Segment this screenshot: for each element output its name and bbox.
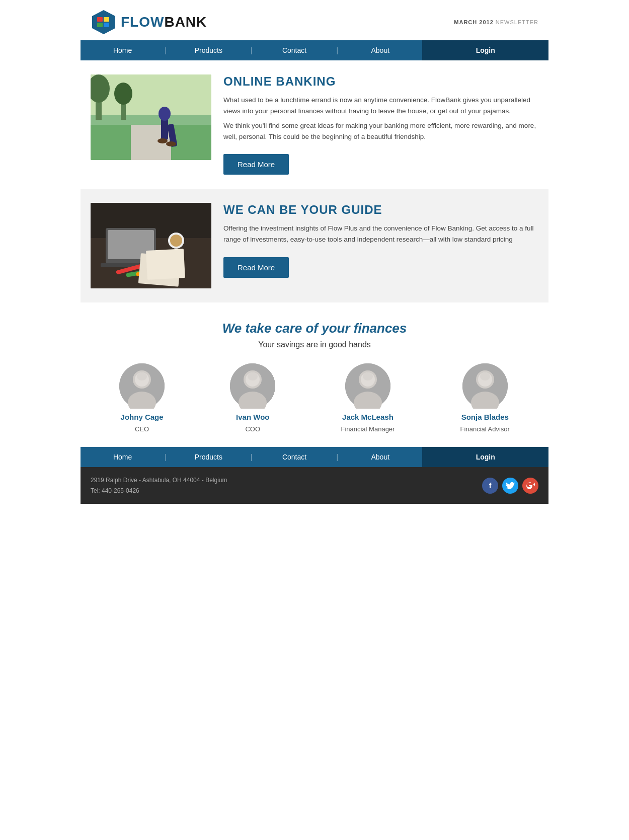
team-name-3: Sonja Blades	[461, 413, 509, 421]
svg-rect-33	[146, 249, 185, 280]
top-nav: Home | Products | Contact | About Login	[81, 40, 548, 60]
article-2-body: WE CAN BE YOUR GUIDE Offering the invest…	[223, 203, 538, 277]
article-2-image-svg	[91, 203, 211, 288]
team-section: We take care of your finances Your savin…	[81, 302, 548, 447]
logo-flow: FLOW	[121, 14, 164, 30]
article-2-read-more[interactable]: Read More	[223, 257, 289, 278]
nav-login[interactable]: Login	[422, 40, 548, 60]
facebook-icon[interactable]: f	[482, 478, 498, 494]
article-1-image-svg	[91, 74, 211, 160]
footer-nav-products[interactable]: Products	[167, 447, 251, 467]
team-member-1: Ivan Woo COO	[230, 363, 275, 433]
page-header: FLOWBANK MARCH 2012 NEWSLETTER	[81, 0, 548, 40]
twitter-icon[interactable]	[502, 478, 518, 494]
article-1-image	[91, 74, 211, 160]
footer-address: 2919 Ralph Drive - Ashtabula, OH 44004 -…	[91, 475, 227, 496]
svg-point-11	[114, 83, 132, 105]
svg-rect-2	[104, 17, 109, 22]
svg-point-53	[480, 372, 490, 380]
nav-contact[interactable]: Contact	[253, 40, 337, 60]
article-1: ONLINE BANKING What used to be a lunchti…	[91, 60, 538, 189]
team-grid: Johny Cage CEO Ivan Woo COO	[91, 363, 538, 433]
svg-rect-3	[97, 23, 103, 27]
team-role-2: Financial Manager	[341, 425, 395, 433]
article-1-body: ONLINE BANKING What used to be a lunchti…	[223, 74, 538, 175]
newsletter-label: MARCH 2012 NEWSLETTER	[454, 19, 538, 25]
avatar-3	[462, 363, 508, 409]
logo-icon	[91, 9, 117, 35]
svg-marker-0	[92, 10, 115, 34]
team-member-0: Johny Cage CEO	[119, 363, 165, 433]
svg-point-43	[248, 372, 258, 380]
nav-products[interactable]: Products	[167, 40, 251, 60]
article-2-section: WE CAN BE YOUR GUIDE Offering the invest…	[81, 189, 548, 302]
avatar-1	[230, 363, 275, 409]
content-area: ONLINE BANKING What used to be a lunchti…	[81, 60, 548, 189]
nav-about[interactable]: About	[338, 40, 422, 60]
svg-point-48	[363, 372, 373, 380]
logo: FLOWBANK	[91, 9, 207, 35]
article-2: WE CAN BE YOUR GUIDE Offering the invest…	[91, 189, 538, 302]
svg-point-16	[158, 138, 168, 143]
svg-rect-7	[91, 115, 211, 125]
footer-address-line1: 2919 Ralph Drive - Ashtabula, OH 44004 -…	[91, 475, 227, 485]
article-2-image	[91, 203, 211, 288]
logo-bank: BANK	[164, 14, 207, 30]
svg-rect-4	[104, 23, 109, 27]
svg-rect-1	[97, 17, 103, 22]
footer-nav-contact[interactable]: Contact	[253, 447, 337, 467]
team-name-1: Ivan Woo	[236, 413, 269, 421]
footer-nav-home[interactable]: Home	[81, 447, 165, 467]
team-name-0: Johny Cage	[121, 413, 164, 421]
team-role-0: CEO	[135, 425, 149, 433]
article-1-title: ONLINE BANKING	[223, 74, 538, 89]
svg-point-38	[137, 372, 147, 380]
svg-point-15	[159, 107, 171, 121]
team-name-2: Jack McLeash	[342, 413, 394, 421]
footer-address-line2: Tel: 440-265-0426	[91, 486, 227, 496]
team-member-3: Sonja Blades Financial Advisor	[460, 363, 510, 433]
footer-bottom: 2919 Ralph Drive - Ashtabula, OH 44004 -…	[81, 467, 548, 504]
logo-text: FLOWBANK	[121, 14, 207, 30]
team-role-1: COO	[245, 425, 260, 433]
googleplus-icon[interactable]	[522, 478, 538, 494]
article-1-para1: What used to be a lunchtime errand is no…	[223, 95, 538, 116]
nav-home[interactable]: Home	[81, 40, 165, 60]
team-role-3: Financial Advisor	[460, 425, 510, 433]
article-2-title: WE CAN BE YOUR GUIDE	[223, 203, 538, 217]
svg-point-24	[170, 235, 182, 247]
avatar-2	[345, 363, 390, 409]
article-2-para1: Offering the investment insights of Flow…	[223, 223, 538, 245]
article-1-read-more[interactable]: Read More	[223, 154, 289, 175]
footer-nav-about[interactable]: About	[338, 447, 422, 467]
footer-nav-login[interactable]: Login	[422, 447, 548, 467]
svg-point-17	[166, 141, 176, 146]
team-subtitle: Your savings are in good hands	[91, 340, 538, 349]
social-icons: f	[482, 478, 538, 494]
team-member-2: Jack McLeash Financial Manager	[341, 363, 395, 433]
footer-nav: Home | Products | Contact | About Login	[81, 447, 548, 467]
article-1-para2: We think you'll find some great ideas fo…	[223, 120, 538, 142]
team-title: We take care of your finances	[91, 321, 538, 336]
avatar-0	[119, 363, 165, 409]
